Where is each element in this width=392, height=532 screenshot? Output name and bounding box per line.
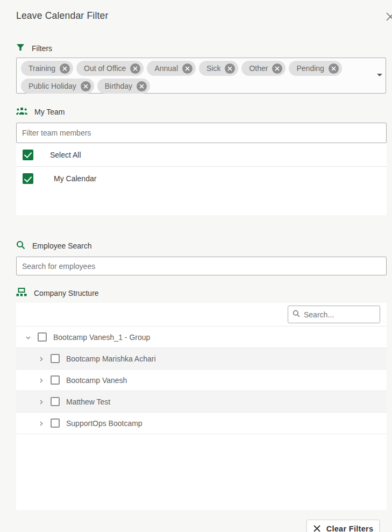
filter-chip-label: Training <box>28 64 55 73</box>
tree-row[interactable]: Bootcamp Marishka Achari <box>16 348 387 370</box>
tree-node-label: Bootcamp Marishka Achari <box>66 354 156 363</box>
chip-remove-icon[interactable] <box>60 63 70 74</box>
tree-checkbox[interactable] <box>38 332 47 342</box>
tree-row[interactable]: Matthew Test <box>16 391 387 413</box>
chip-remove-icon[interactable] <box>182 63 193 74</box>
company-structure-section-header: Company Structure <box>16 288 99 299</box>
tree-row[interactable]: SupportOps Bootcamp <box>16 413 387 434</box>
company-structure-panel: Search... Bootcamp Vanesh_1 - Group Boot… <box>16 303 387 510</box>
chip-remove-icon[interactable] <box>225 63 235 74</box>
filter-chip[interactable]: Annual <box>147 61 196 76</box>
my-calendar-checkbox[interactable] <box>23 173 33 184</box>
people-group-icon <box>16 107 27 117</box>
chevron-right-icon[interactable] <box>38 398 45 406</box>
clear-filters-label: Clear Filters <box>326 524 374 532</box>
tree-node-label: Bootcamp Vanesh <box>66 376 127 385</box>
my-team-section-header: My Team <box>16 107 65 117</box>
filter-chip[interactable]: Other <box>241 61 286 76</box>
filters-section-label: Filters <box>32 44 52 53</box>
tree-checkbox[interactable] <box>51 397 60 406</box>
filter-chips-box[interactable]: Training Out of Office Annual Sick Other… <box>16 58 386 94</box>
org-structure-icon <box>16 288 27 299</box>
page-title: Leave Calendar Filter <box>16 10 109 22</box>
tree-checkbox[interactable] <box>51 354 60 363</box>
chip-remove-icon[interactable] <box>137 81 147 91</box>
my-calendar-row[interactable]: My Calendar <box>16 167 387 190</box>
filter-funnel-icon <box>16 44 25 53</box>
filter-chip-label: Sick <box>206 64 220 73</box>
filter-chip-label: Public Holiday <box>28 82 76 90</box>
filter-chip-label: Pending <box>296 64 324 73</box>
chip-remove-icon[interactable] <box>81 81 91 91</box>
select-all-row[interactable]: Select All <box>16 143 387 167</box>
tree-header: Search... <box>16 303 387 327</box>
employee-search-section-label: Employee Search <box>32 242 92 250</box>
search-icon <box>16 240 25 252</box>
select-all-checkbox[interactable] <box>23 150 33 160</box>
filter-chip-label: Out of Office <box>84 64 126 73</box>
filter-chip[interactable]: Out of Office <box>76 61 144 76</box>
filter-chip-label: Annual <box>154 64 178 73</box>
tree-search-box[interactable]: Search... <box>288 306 380 323</box>
chevron-right-icon[interactable] <box>38 420 45 427</box>
employee-search-section-header: Employee Search <box>16 240 92 251</box>
tree-checkbox[interactable] <box>51 375 60 385</box>
chevron-right-icon[interactable] <box>38 355 45 363</box>
company-structure-section-label: Company Structure <box>34 289 99 297</box>
tree-node-label: SupportOps Bootcamp <box>66 419 142 428</box>
tree-node-label: Matthew Test <box>66 398 110 406</box>
my-team-panel: Select All My Calendar <box>16 143 387 215</box>
filters-section-header: Filters <box>16 43 52 54</box>
team-filter-input[interactable] <box>16 123 387 143</box>
tree-search-placeholder: Search... <box>304 310 334 319</box>
clear-filters-button[interactable]: Clear Filters <box>307 520 380 532</box>
my-team-section-label: My Team <box>34 108 65 116</box>
filter-chip[interactable]: Pending <box>289 61 341 76</box>
employee-search-input[interactable] <box>16 257 387 275</box>
chips-dropdown-caret-icon[interactable] <box>377 74 382 76</box>
chevron-right-icon[interactable] <box>38 377 45 384</box>
chip-remove-icon[interactable] <box>130 63 140 74</box>
filter-chip-label: Birthday <box>105 82 132 90</box>
select-all-label: Select All <box>50 151 81 159</box>
filter-chip[interactable]: Public Holiday <box>21 79 94 94</box>
tree-node-label: Bootcamp Vanesh_1 - Group <box>53 333 150 342</box>
tree-checkbox[interactable] <box>51 418 60 428</box>
tree-row-group[interactable]: Bootcamp Vanesh_1 - Group <box>16 327 387 348</box>
chip-remove-icon[interactable] <box>329 63 339 74</box>
my-calendar-label: My Calendar <box>54 174 96 183</box>
search-icon <box>293 310 300 320</box>
clear-x-icon <box>313 524 321 532</box>
filter-chip[interactable]: Sick <box>199 61 238 76</box>
tree-row[interactable]: Bootcamp Vanesh <box>16 370 387 391</box>
chip-remove-icon[interactable] <box>272 63 282 74</box>
filter-chip[interactable]: Birthday <box>97 79 150 94</box>
filter-chip-label: Other <box>249 64 268 73</box>
chevron-down-icon[interactable] <box>25 334 32 341</box>
filter-chip[interactable]: Training <box>21 61 73 76</box>
close-icon[interactable] <box>384 11 392 23</box>
